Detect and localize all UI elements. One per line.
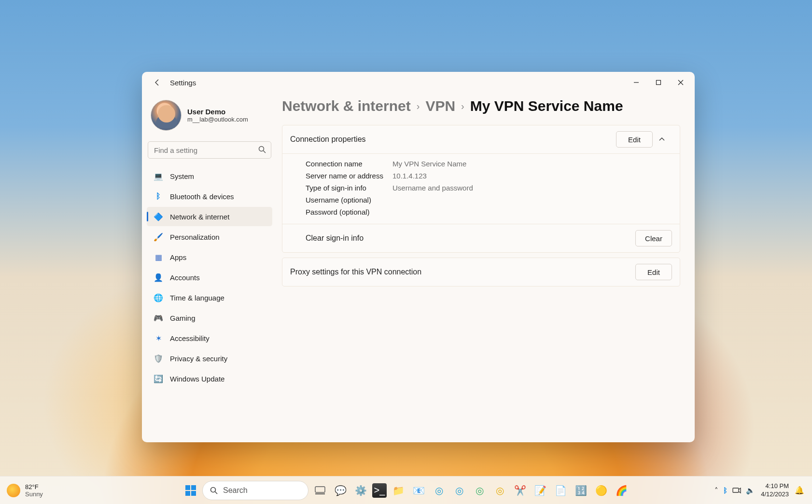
- chevron-right-icon: ›: [417, 101, 420, 112]
- back-button[interactable]: [151, 76, 164, 89]
- taskbar-search[interactable]: Search: [202, 481, 308, 500]
- prop-row: Type of sign-in infoUsername and passwor…: [306, 182, 672, 194]
- sidebar-item-label: System: [170, 172, 194, 180]
- clear-signin-row: Clear sign-in info Clear: [282, 224, 680, 252]
- weather-temp: 82°F: [25, 483, 43, 490]
- titlebar: Settings: [142, 72, 695, 93]
- windows-logo-icon: [185, 485, 196, 496]
- sidebar: User Demo m__lab@outlook.com 💻System ᛒBl…: [142, 93, 277, 442]
- search-icon: [258, 145, 266, 154]
- weather-widget[interactable]: 82°F Sunny: [0, 483, 145, 498]
- sidebar-item-accounts[interactable]: 👤Accounts: [147, 268, 272, 287]
- sidebar-item-time[interactable]: 🌐Time & language: [147, 288, 272, 307]
- bluetooth-tray-icon[interactable]: ᛒ: [723, 486, 728, 494]
- notifications-button[interactable]: 🔔: [795, 486, 804, 495]
- sidebar-item-label: Apps: [170, 253, 186, 261]
- sidebar-item-update[interactable]: 🔄Windows Update: [147, 369, 272, 388]
- svg-rect-6: [315, 487, 325, 492]
- globe-icon: 🌐: [154, 293, 163, 302]
- start-button[interactable]: [182, 482, 199, 499]
- taskbar-app-edge-dev[interactable]: ◎: [471, 482, 488, 499]
- sidebar-item-label: Privacy & security: [170, 354, 227, 363]
- gamepad-icon: 🎮: [154, 313, 163, 323]
- taskbar-app-notepad[interactable]: 📝: [532, 482, 549, 499]
- taskbar-app-explorer[interactable]: 📁: [390, 482, 407, 499]
- avatar: [151, 100, 182, 131]
- clock-time: 4:10 PM: [761, 482, 789, 490]
- svg-line-5: [215, 491, 218, 494]
- sidebar-item-apps[interactable]: ▦Apps: [147, 247, 272, 267]
- close-button[interactable]: [670, 74, 692, 91]
- prop-row: Connection nameMy VPN Service Name: [306, 158, 672, 170]
- prop-key: Username (optional): [306, 196, 392, 204]
- taskbar-app-edge-canary[interactable]: ◎: [491, 482, 508, 499]
- sidebar-item-bluetooth[interactable]: ᛒBluetooth & devices: [147, 187, 272, 206]
- breadcrumb-vpn[interactable]: VPN: [425, 98, 455, 114]
- taskbar-clock[interactable]: 4:10 PM 4/12/2023: [761, 482, 789, 498]
- breadcrumb-network[interactable]: Network & internet: [282, 98, 411, 114]
- task-view-button[interactable]: [311, 482, 329, 499]
- proxy-label: Proxy settings for this VPN connection: [290, 268, 630, 276]
- sidebar-item-gaming[interactable]: 🎮Gaming: [147, 308, 272, 327]
- taskbar-app-snip[interactable]: ✂️: [511, 482, 529, 499]
- taskbar-app-word[interactable]: 📄: [552, 482, 569, 499]
- sidebar-item-label: Bluetooth & devices: [170, 192, 234, 201]
- sidebar-item-accessibility[interactable]: ✶Accessibility: [147, 328, 272, 348]
- sidebar-item-label: Time & language: [170, 294, 224, 302]
- apps-icon: ▦: [154, 252, 163, 262]
- volume-tray-icon[interactable]: 🔈: [746, 486, 755, 495]
- settings-search[interactable]: [148, 141, 271, 159]
- tray-expand-icon[interactable]: ˄: [714, 486, 718, 495]
- search-input[interactable]: [148, 141, 271, 159]
- sun-icon: [7, 484, 20, 497]
- sidebar-item-label: Accounts: [170, 273, 200, 282]
- prop-key: Type of sign-in info: [306, 184, 392, 192]
- network-icon: 🔷: [154, 212, 163, 221]
- collapse-button[interactable]: [658, 136, 672, 143]
- prop-key: Connection name: [306, 160, 392, 168]
- search-icon: [210, 486, 218, 495]
- taskbar-app-calc[interactable]: 🔢: [572, 482, 589, 499]
- sidebar-item-network[interactable]: 🔷Network & internet: [147, 207, 272, 226]
- sidebar-item-label: Accessibility: [170, 334, 210, 342]
- edit-proxy-button[interactable]: Edit: [635, 264, 672, 280]
- sidebar-item-personalization[interactable]: 🖌️Personalization: [147, 227, 272, 246]
- taskbar-app-settings[interactable]: ⚙️: [352, 482, 369, 499]
- taskbar-app-edge-beta[interactable]: ◎: [450, 482, 468, 499]
- svg-rect-8: [733, 488, 739, 492]
- clear-button[interactable]: Clear: [635, 230, 672, 246]
- sidebar-item-privacy[interactable]: 🛡️Privacy & security: [147, 349, 272, 368]
- nav-list: 💻System ᛒBluetooth & devices 🔷Network & …: [147, 166, 272, 388]
- svg-point-4: [211, 487, 216, 492]
- prop-row: Password (optional): [306, 206, 672, 218]
- sidebar-item-system[interactable]: 💻System: [147, 166, 272, 186]
- properties-list: Connection nameMy VPN Service Name Serve…: [282, 153, 680, 224]
- svg-point-2: [259, 147, 264, 151]
- network-tray-icon[interactable]: [732, 487, 741, 494]
- desktop-wallpaper: Settings User Demo m__lab@outlook.com: [0, 0, 812, 504]
- profile-block[interactable]: User Demo m__lab@outlook.com: [147, 95, 272, 137]
- svg-line-3: [264, 151, 266, 153]
- prop-value: 10.1.4.123: [392, 172, 427, 180]
- weather-cond: Sunny: [25, 490, 43, 498]
- taskbar-app-chrome-canary[interactable]: 🟡: [592, 482, 610, 499]
- minimize-button[interactable]: [625, 74, 647, 91]
- clear-signin-label: Clear sign-in info: [290, 234, 635, 243]
- maximize-button[interactable]: [647, 74, 670, 91]
- main-panel: Network & internet › VPN › My VPN Servic…: [277, 93, 695, 442]
- update-icon: 🔄: [154, 374, 163, 383]
- taskbar-app-outlook[interactable]: 📧: [410, 482, 427, 499]
- profile-email: m__lab@outlook.com: [187, 116, 248, 123]
- taskbar-app-terminal[interactable]: >_: [372, 483, 387, 498]
- taskbar: 82°F Sunny Search 💬 ⚙️ >_ 📁 📧 ◎ ◎ ◎ ◎ ✂️…: [0, 476, 812, 504]
- edit-connection-button[interactable]: Edit: [616, 131, 653, 148]
- taskbar-app-chat[interactable]: 💬: [332, 482, 349, 499]
- prop-row: Server name or address10.1.4.123: [306, 170, 672, 182]
- clock-date: 4/12/2023: [761, 490, 789, 498]
- brush-icon: 🖌️: [154, 232, 163, 242]
- system-tray[interactable]: ˄ ᛒ 🔈: [714, 486, 755, 495]
- taskbar-app-chrome[interactable]: 🌈: [613, 482, 630, 499]
- settings-window: Settings User Demo m__lab@outlook.com: [142, 72, 695, 442]
- connection-properties-label: Connection properties: [290, 135, 610, 144]
- taskbar-app-edge[interactable]: ◎: [430, 482, 448, 499]
